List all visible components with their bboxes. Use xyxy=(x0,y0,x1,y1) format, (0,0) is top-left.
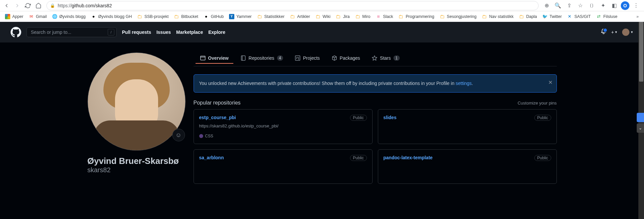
gh-nav-issues[interactable]: Issues xyxy=(156,30,171,35)
user-menu[interactable]: ▼ xyxy=(622,29,633,36)
bookmarks-bar: Apper✉Gmail🌐Øyvinds blogg●Øyvinds blogg … xyxy=(0,11,644,22)
bookmark-item[interactable]: ⇄Filsluse xyxy=(594,13,619,21)
bookmark-item[interactable]: YYammer xyxy=(227,13,254,21)
github-logo-icon[interactable] xyxy=(11,27,21,37)
url-bar[interactable]: 🔒 https://github.com/skars82 xyxy=(46,1,539,10)
bookmark-item[interactable]: ✕SAS/GIT xyxy=(565,13,593,21)
bookmark-item[interactable]: 🗀Nav statistikk xyxy=(480,13,516,21)
gh-nav-pull-requests[interactable]: Pull requests xyxy=(122,30,151,35)
repo-visibility-badge: Public xyxy=(350,115,367,121)
toolbar-right: ⊕ 🔍 ⇪ ☆ ⟮⟯ ✦ ◧ O ⋮ xyxy=(542,1,642,10)
bookmarks-overflow[interactable]: » xyxy=(634,13,641,20)
bookmark-item[interactable]: 🗀Dapla xyxy=(516,13,539,21)
bookmark-item[interactable]: Apper xyxy=(3,13,26,21)
repo-visibility-badge: Public xyxy=(534,155,551,161)
repo-card: pandoc-latex-templatePublic xyxy=(378,149,557,184)
bookmark-item[interactable]: ●GitHub xyxy=(201,13,226,21)
gh-nav-explore[interactable]: Explore xyxy=(208,30,225,35)
create-new-dropdown[interactable]: +▼ xyxy=(611,30,617,35)
side-widget[interactable] xyxy=(637,113,644,122)
search-placeholder: Search or jump to... xyxy=(31,30,71,35)
bookmark-item[interactable]: 🗀Wiki xyxy=(313,13,333,21)
github-header: Search or jump to... / Pull requestsIssu… xyxy=(0,22,644,42)
bookmark-item[interactable]: ●Øyvinds blogg GH xyxy=(88,13,134,21)
cast-icon[interactable]: ⟮⟯ xyxy=(587,1,596,10)
achievements-banner: You unlocked new Achievements with priva… xyxy=(194,74,557,93)
profile-sidebar: ☺ Øyvind Bruer-Skarsbø skars82 xyxy=(88,42,186,184)
translate-icon[interactable]: ⊕ xyxy=(542,1,551,10)
bookmark-item[interactable]: 🌐Øyvinds blogg xyxy=(50,13,88,21)
profile-tabs: OverviewRepositories4ProjectsPackagesSta… xyxy=(194,50,557,66)
banner-text: You unlocked new Achievements with priva… xyxy=(199,81,456,86)
bookmark-item[interactable]: ✉Gmail xyxy=(26,13,49,21)
extensions-icon[interactable]: ✦ xyxy=(598,1,608,10)
back-button[interactable] xyxy=(2,1,11,10)
tab-packages[interactable]: Packages xyxy=(327,53,365,64)
set-status-button[interactable]: ☺ xyxy=(172,129,185,141)
repo-grid: estp_course_pbiPublichttps://skars82.git… xyxy=(194,109,557,184)
github-nav: Pull requestsIssuesMarketplaceExplore xyxy=(122,30,225,35)
reload-button[interactable] xyxy=(23,1,32,10)
profile-avatar[interactable] xyxy=(88,52,186,151)
bookmark-item[interactable]: 🗀Bitbucket xyxy=(172,13,201,21)
banner-settings-link[interactable]: settings xyxy=(456,81,472,86)
tab-stars[interactable]: Stars1 xyxy=(367,53,404,64)
banner-close-icon[interactable]: ✕ xyxy=(548,79,553,87)
bookmark-item[interactable]: 🗀Artikler xyxy=(287,13,312,21)
repo-card: slidesPublic xyxy=(378,109,557,144)
repo-description: https://skars82.github.io/estp_course_pb… xyxy=(199,123,367,128)
browser-toolbar: 🔒 https://github.com/skars82 ⊕ 🔍 ⇪ ☆ ⟮⟯ … xyxy=(0,0,644,11)
notifications-icon[interactable] xyxy=(601,29,607,36)
repo-name-link[interactable]: estp_course_pbi xyxy=(199,115,236,120)
repo-visibility-badge: Public xyxy=(534,115,551,121)
scrollbar-thumb[interactable] xyxy=(639,22,643,82)
profile-full-name: Øyvind Bruer-Skarsbø xyxy=(88,156,186,166)
repo-visibility-badge: Public xyxy=(350,155,367,161)
search-slash-hint: / xyxy=(108,29,114,36)
repo-card: estp_course_pbiPublichttps://skars82.git… xyxy=(194,109,373,144)
sidepanel-icon[interactable]: ◧ xyxy=(610,1,619,10)
bookmark-item[interactable]: 🗀Jira xyxy=(333,13,352,21)
lock-icon: 🔒 xyxy=(50,3,55,8)
repo-name-link[interactable]: slides xyxy=(383,115,397,120)
browser-profile[interactable]: O xyxy=(621,1,629,10)
tab-projects[interactable]: Projects xyxy=(290,53,324,64)
bookmark-item[interactable]: 🗀Programmering xyxy=(396,13,437,21)
bookmark-item[interactable]: ⌗Slack xyxy=(373,13,395,21)
browser-menu-icon[interactable]: ⋮ xyxy=(631,1,641,10)
tab-repositories[interactable]: Repositories4 xyxy=(236,53,288,64)
svg-rect-0 xyxy=(201,56,205,60)
profile-username: skars82 xyxy=(88,166,186,174)
popular-repos-title: Popular repositories xyxy=(194,100,241,106)
bookmark-item[interactable]: 🗀Statistikker xyxy=(255,13,287,21)
tab-overview[interactable]: Overview xyxy=(196,53,233,64)
repo-name-link[interactable]: pandoc-latex-template xyxy=(383,155,433,160)
gh-nav-marketplace[interactable]: Marketplace xyxy=(176,30,203,35)
share-icon[interactable]: ⇪ xyxy=(564,1,574,10)
zoom-icon[interactable]: 🔍 xyxy=(553,1,562,10)
bookmark-item[interactable]: 🗀Miro xyxy=(353,13,373,21)
side-widget-expand[interactable]: ⌄ xyxy=(637,123,644,133)
github-page: Search or jump to... / Pull requestsIssu… xyxy=(0,22,644,219)
bookmark-item[interactable]: 🐦Twitter xyxy=(540,13,564,21)
bookmark-item[interactable]: 🗀SSB-prosjekt xyxy=(135,13,171,21)
customize-pins-link[interactable]: Customize your pins xyxy=(518,101,557,106)
home-button[interactable] xyxy=(34,1,43,10)
bookmark-star-icon[interactable]: ☆ xyxy=(576,1,585,10)
repo-language: CSS xyxy=(199,134,367,138)
user-avatar-icon xyxy=(622,29,629,36)
github-search[interactable]: Search or jump to... / xyxy=(27,27,117,37)
url-text: https://github.com/skars82 xyxy=(58,3,535,8)
repo-name-link[interactable]: sa_arblonn xyxy=(199,155,224,160)
bookmark-item[interactable]: 🗀Sesongjustering xyxy=(437,13,479,21)
forward-button[interactable] xyxy=(13,1,22,10)
repo-card: sa_arblonnPublic xyxy=(194,149,373,184)
